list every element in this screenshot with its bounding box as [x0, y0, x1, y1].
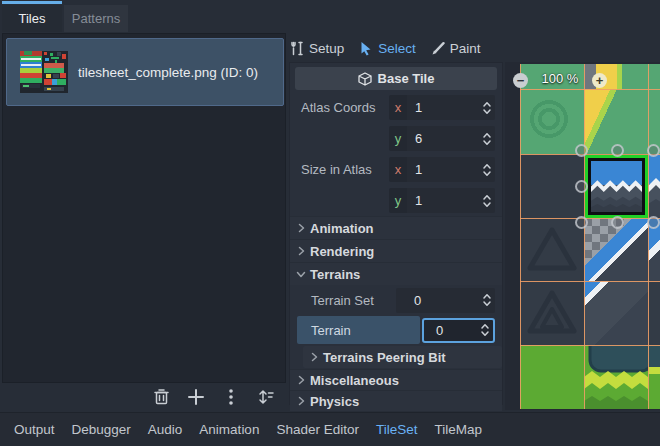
- property-label: Terrain Set: [297, 293, 396, 308]
- section-label: Rendering: [310, 244, 374, 259]
- tile-sources-list: tilesheet_complete.png (ID: 0): [2, 33, 286, 383]
- select-mode-button[interactable]: Select: [359, 41, 416, 56]
- property-row-atlas-coords-y: y 6: [290, 123, 502, 154]
- terrain-label-highlighted: Terrain: [297, 316, 420, 344]
- atlas-tile-grass-circle[interactable]: [520, 89, 584, 154]
- atlas-tile-water-edge[interactable]: [584, 281, 648, 345]
- sort-icon: [257, 388, 275, 406]
- selected-tile[interactable]: [585, 155, 648, 218]
- subsection-label: Terrains Peering Bit: [323, 350, 446, 365]
- cursor-icon: [359, 41, 373, 56]
- spinbox-atlas-x[interactable]: x 1: [389, 95, 495, 120]
- atlas-tile-green[interactable]: [520, 345, 584, 409]
- chevron-right-icon: [296, 396, 306, 406]
- grid-line: [520, 281, 660, 282]
- section-miscellaneous[interactable]: Miscellaneous: [290, 369, 502, 390]
- section-rendering[interactable]: Rendering: [290, 239, 502, 262]
- spinner-icon[interactable]: [477, 322, 493, 338]
- selection-handle[interactable]: [575, 216, 588, 229]
- subsection-terrains-peering-bit-wrap: Terrains Peering Bit: [290, 345, 502, 369]
- atlas-tile-triangle[interactable]: [520, 218, 584, 281]
- tab-patterns[interactable]: Patterns: [64, 5, 128, 32]
- selection-handle[interactable]: [647, 216, 660, 229]
- property-row-terrain-set: Terrain Set 0: [290, 285, 502, 315]
- spinner-icon[interactable]: [479, 193, 495, 209]
- size-x-value[interactable]: 1: [407, 162, 479, 177]
- dock-tab-tileset[interactable]: TileSet: [376, 422, 418, 437]
- section-label: Miscellaneous: [310, 373, 399, 388]
- section-terrains[interactable]: Terrains: [290, 262, 502, 285]
- select-mode-label: Select: [378, 41, 416, 56]
- terrain-set-value[interactable]: 0: [396, 293, 479, 308]
- zoom-in-button[interactable]: +: [592, 73, 607, 88]
- chevron-right-icon: [296, 246, 306, 256]
- property-label: Size in Atlas: [297, 162, 389, 177]
- spinner-icon[interactable]: [479, 162, 495, 178]
- dock-tab-output[interactable]: Output: [14, 422, 55, 437]
- menu-icon: [228, 388, 234, 406]
- section-label: Terrains: [310, 267, 360, 282]
- property-row-terrain: Terrain 0: [290, 315, 502, 345]
- atlas-tile[interactable]: [648, 345, 660, 409]
- mesh-cube-icon: [358, 72, 372, 86]
- selection-handle[interactable]: [575, 144, 588, 157]
- godot-tileset-editor: { "source_tabs": { "tiles": "Tiles", "pa…: [0, 0, 660, 446]
- dock-tab-animation[interactable]: Animation: [199, 422, 259, 437]
- spinbox-terrain-focused[interactable]: 0: [422, 318, 495, 343]
- pond-tile-art: [584, 345, 648, 409]
- tile-source-item[interactable]: tilesheet_complete.png (ID: 0): [6, 38, 284, 106]
- atlas-tile[interactable]: [648, 64, 660, 89]
- setup-mode-button[interactable]: Setup: [290, 41, 344, 56]
- terrain-value[interactable]: 0: [424, 323, 477, 338]
- spinner-icon[interactable]: [479, 100, 495, 116]
- grid-line: [520, 218, 660, 219]
- section-animation[interactable]: Animation: [290, 216, 502, 239]
- grid-line: [584, 64, 585, 409]
- spinbox-size-x[interactable]: x 1: [389, 157, 495, 182]
- zoom-out-button[interactable]: −: [513, 73, 528, 88]
- atlas-x-value[interactable]: 1: [407, 100, 479, 115]
- size-y-value[interactable]: 1: [407, 193, 479, 208]
- selection-handle[interactable]: [611, 216, 624, 229]
- tab-tiles[interactable]: Tiles: [2, 5, 62, 32]
- atlas-tile-pond[interactable]: [584, 345, 648, 409]
- spinbox-atlas-y[interactable]: y 6: [389, 126, 495, 151]
- section-physics[interactable]: Physics: [290, 390, 502, 411]
- bottom-dock-bar: Output Debugger Audio Animation Shader E…: [0, 412, 660, 446]
- paint-mode-button[interactable]: Paint: [431, 41, 481, 56]
- dock-tab-shader-editor[interactable]: Shader Editor: [276, 422, 359, 437]
- selection-handle[interactable]: [575, 180, 588, 193]
- property-row-atlas-coords-x: Atlas Coords x 1: [290, 92, 502, 123]
- chevron-right-icon: [309, 352, 319, 362]
- spinner-icon[interactable]: [479, 292, 495, 308]
- axis-x-badge: x: [389, 95, 407, 120]
- delete-icon: [153, 388, 170, 406]
- chevron-right-icon: [296, 223, 306, 233]
- selection-handle[interactable]: [647, 144, 660, 157]
- atlas-tile-water[interactable]: [648, 154, 660, 218]
- source-menu-button[interactable]: [220, 386, 242, 408]
- water-tile-art: [648, 154, 660, 218]
- delete-source-button[interactable]: [150, 386, 172, 408]
- dock-tab-debugger[interactable]: Debugger: [72, 422, 131, 437]
- grid-line: [520, 64, 521, 409]
- add-icon: [187, 388, 205, 406]
- tilesheet-thumbnail: [20, 51, 68, 93]
- atlas-y-value[interactable]: 6: [407, 131, 479, 146]
- spinner-icon[interactable]: [479, 131, 495, 147]
- atlas-preview[interactable]: − 100 % +: [505, 62, 660, 410]
- water-tile-art: [591, 161, 642, 212]
- atlas-tile[interactable]: [648, 281, 660, 345]
- spinbox-terrain-set[interactable]: 0: [396, 288, 495, 313]
- sort-sources-button[interactable]: [255, 386, 277, 408]
- subsection-terrains-peering-bit[interactable]: Terrains Peering Bit: [303, 346, 502, 368]
- brush-icon: [431, 41, 445, 56]
- base-tile-header[interactable]: Base Tile: [295, 67, 497, 90]
- dock-tab-audio[interactable]: Audio: [148, 422, 183, 437]
- add-source-button[interactable]: [185, 386, 207, 408]
- atlas-tile-double-triangle[interactable]: [520, 281, 584, 345]
- axis-x-badge: x: [389, 157, 407, 182]
- spinbox-size-y[interactable]: y 1: [389, 188, 495, 213]
- selection-handle[interactable]: [611, 144, 624, 157]
- dock-tab-tilemap[interactable]: TileMap: [434, 422, 482, 437]
